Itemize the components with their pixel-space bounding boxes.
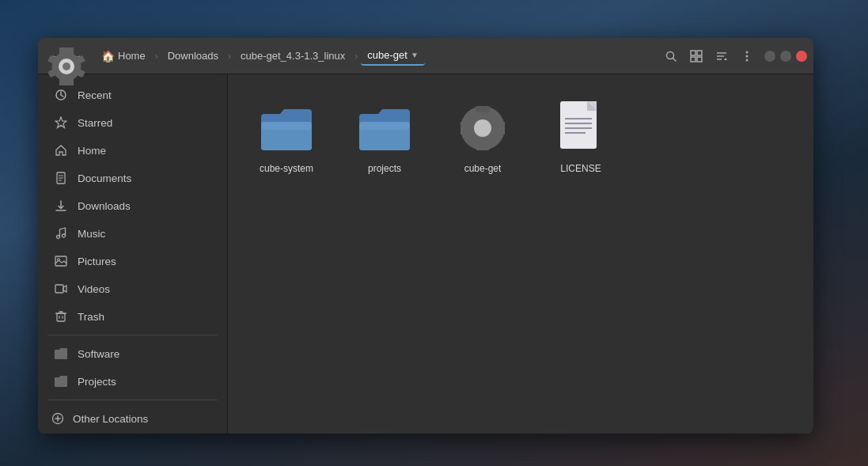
breadcrumb-cubeget-label: cube-get	[367, 49, 407, 61]
home-icon: 🏠	[101, 50, 115, 63]
home-sidebar-icon	[54, 143, 68, 157]
sidebar-divider-2	[47, 400, 218, 400]
svg-marker-13	[55, 117, 66, 128]
breadcrumb-linux-label: cube-get_4.3-1.3_linux	[241, 50, 345, 62]
sidebar-divider	[47, 335, 218, 335]
maximize-button[interactable]	[780, 51, 791, 62]
projects-label: projects	[368, 163, 401, 174]
music-icon	[54, 226, 68, 241]
pictures-icon	[54, 254, 68, 268]
sidebar-documents-label: Documents	[78, 172, 131, 184]
breadcrumb-downloads-label: Downloads	[168, 50, 218, 62]
breadcrumb-home-label: Home	[118, 50, 146, 62]
projects-folder-icon	[54, 374, 68, 388]
sidebar-videos-label: Videos	[78, 283, 110, 295]
breadcrumb-sep-3: ›	[354, 51, 358, 62]
close-button[interactable]	[796, 51, 807, 62]
search-button[interactable]	[660, 45, 682, 67]
svg-point-37	[474, 119, 491, 137]
minimize-button[interactable]	[764, 51, 775, 62]
sidebar-item-software[interactable]: Software	[41, 340, 224, 367]
titlebar-actions	[660, 45, 758, 67]
cube-system-icon	[258, 100, 315, 157]
cube-get-label: cube-get	[464, 163, 502, 174]
breadcrumb-sep-2: ›	[228, 51, 231, 62]
window-controls	[764, 51, 807, 62]
content-area: Recent Starred Home	[38, 74, 813, 434]
sidebar-starred-label: Starred	[78, 117, 112, 129]
breadcrumb-linux[interactable]: cube-get_4.3-1.3_linux	[234, 47, 351, 65]
sidebar-item-other-locations[interactable]: Other Locations	[38, 405, 227, 432]
file-item-cube-get[interactable]: cube-get	[443, 93, 522, 180]
sidebar-item-downloads[interactable]: Downloads	[41, 192, 224, 219]
sidebar-item-music[interactable]: Music	[41, 220, 224, 247]
file-item-cube-system[interactable]: cube-system	[247, 93, 326, 180]
sidebar-other-locations-label: Other Locations	[73, 413, 148, 425]
videos-icon	[54, 282, 68, 296]
breadcrumb-downloads[interactable]: Downloads	[161, 47, 225, 65]
sidebar-downloads-label: Downloads	[78, 200, 131, 212]
plus-icon	[51, 411, 65, 426]
svg-line-1	[673, 58, 677, 61]
sidebar-item-trash[interactable]: Trash	[41, 303, 224, 330]
license-label: LICENSE	[560, 163, 601, 174]
titlebar: ← → 🏠 Home › Downloads › cube-get_4.3-1.…	[38, 38, 813, 74]
svg-rect-33	[261, 122, 312, 130]
svg-rect-23	[55, 285, 63, 293]
svg-point-11	[746, 59, 749, 61]
breadcrumb-sep-1: ›	[155, 51, 158, 62]
cube-system-label: cube-system	[260, 163, 313, 174]
svg-rect-35	[359, 122, 410, 130]
breadcrumb-cubget[interactable]: cube-get ▼	[361, 46, 425, 66]
file-item-license[interactable]: LICENSE	[541, 93, 620, 180]
breadcrumb-dropdown-icon: ▼	[411, 51, 419, 59]
sidebar-item-documents[interactable]: Documents	[41, 165, 224, 191]
trash-icon	[54, 309, 68, 324]
breadcrumb-home[interactable]: 🏠 Home	[95, 47, 152, 66]
sidebar-home-label: Home	[78, 145, 106, 157]
license-icon	[552, 100, 609, 157]
view-toggle-button[interactable]	[685, 45, 707, 67]
projects-icon	[356, 100, 413, 157]
sidebar-item-starred[interactable]: Starred	[41, 109, 224, 136]
software-folder-icon	[54, 347, 68, 361]
downloads-icon	[54, 199, 68, 213]
svg-rect-3	[697, 51, 702, 55]
sort-button[interactable]	[711, 45, 733, 67]
svg-rect-24	[57, 313, 65, 321]
starred-icon	[54, 116, 68, 130]
svg-rect-21	[55, 256, 66, 266]
svg-point-10	[746, 55, 749, 57]
sidebar-projects-label: Projects	[78, 376, 116, 388]
file-area: cube-system projects	[228, 74, 813, 434]
sidebar-item-projects[interactable]: Projects	[41, 368, 224, 395]
menu-button[interactable]	[736, 45, 758, 67]
svg-rect-4	[691, 57, 696, 62]
sidebar-item-home[interactable]: Home	[41, 137, 224, 164]
breadcrumb: 🏠 Home › Downloads › cube-get_4.3-1.3_li…	[95, 46, 654, 66]
sidebar-item-videos[interactable]: Videos	[41, 275, 224, 302]
cube-get-icon	[454, 100, 511, 157]
file-item-projects[interactable]: projects	[345, 93, 424, 180]
sidebar-music-label: Music	[78, 228, 105, 240]
file-manager-window: ← → 🏠 Home › Downloads › cube-get_4.3-1.…	[38, 38, 813, 434]
documents-icon	[54, 171, 68, 185]
sidebar: Recent Starred Home	[38, 74, 228, 434]
svg-rect-5	[697, 57, 702, 62]
sidebar-trash-label: Trash	[78, 311, 104, 323]
sidebar-pictures-label: Pictures	[78, 256, 116, 267]
sidebar-software-label: Software	[78, 348, 119, 360]
svg-rect-2	[691, 51, 696, 55]
sidebar-item-pictures[interactable]: Pictures	[41, 248, 224, 275]
svg-point-9	[746, 51, 749, 53]
